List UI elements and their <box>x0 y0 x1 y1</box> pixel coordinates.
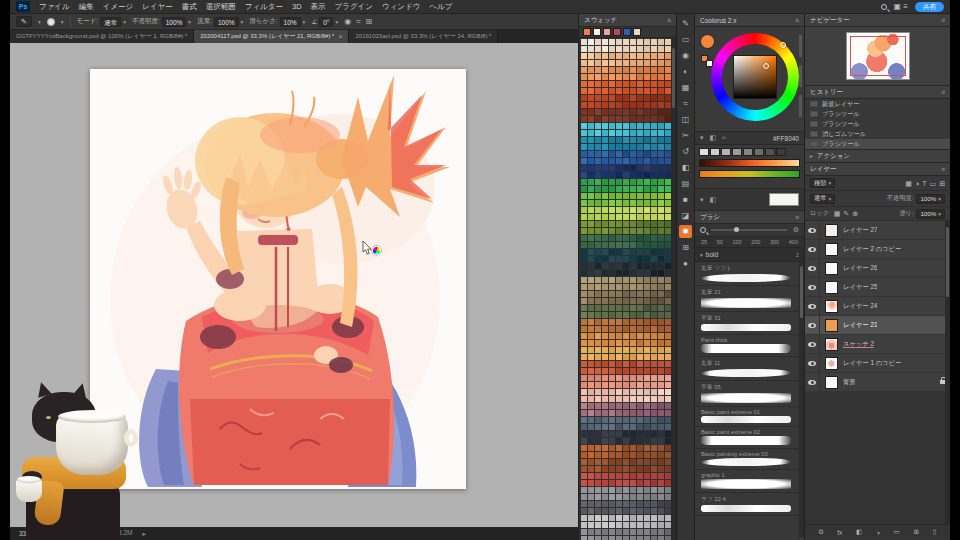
swatch[interactable] <box>637 165 643 171</box>
swatch[interactable] <box>630 67 636 73</box>
swatch[interactable] <box>651 508 657 514</box>
swatch[interactable] <box>581 200 587 206</box>
layers-footer-icon-6[interactable]: ▯ <box>933 528 937 536</box>
brush-item[interactable]: 丸筆 21 <box>695 286 804 312</box>
swatch[interactable] <box>602 396 608 402</box>
swatch[interactable] <box>588 438 594 444</box>
swatch[interactable] <box>658 459 664 465</box>
swatch[interactable] <box>581 186 587 192</box>
swatch[interactable] <box>602 473 608 479</box>
swatch[interactable] <box>658 340 664 346</box>
dropdown-caret-icon[interactable]: ▾ <box>335 19 338 25</box>
swatch[interactable] <box>609 67 615 73</box>
option-value[interactable]: 0° <box>319 17 333 27</box>
swatch[interactable] <box>581 473 587 479</box>
swatch[interactable] <box>630 207 636 213</box>
swatch[interactable] <box>644 39 650 45</box>
swatch[interactable] <box>588 298 594 304</box>
swatch[interactable] <box>595 424 601 430</box>
swatch[interactable] <box>595 200 601 206</box>
swatch[interactable] <box>588 522 594 528</box>
swatch[interactable] <box>602 431 608 437</box>
gradient-preset-6[interactable] <box>765 148 775 156</box>
swatch[interactable] <box>651 214 657 220</box>
swatch[interactable] <box>644 200 650 206</box>
swatch[interactable] <box>609 452 615 458</box>
swatch[interactable] <box>637 438 643 444</box>
swatch[interactable] <box>658 172 664 178</box>
swatch[interactable] <box>581 522 587 528</box>
swatch[interactable] <box>637 417 643 423</box>
swatch[interactable] <box>602 151 608 157</box>
swatch[interactable] <box>630 445 636 451</box>
swatch[interactable] <box>651 81 657 87</box>
swatch[interactable] <box>637 291 643 297</box>
swatch[interactable] <box>616 88 622 94</box>
swatch[interactable] <box>623 375 629 381</box>
swatch[interactable] <box>609 438 615 444</box>
swatch[interactable] <box>595 151 601 157</box>
swatch[interactable] <box>658 291 664 297</box>
share-button[interactable]: 共有 <box>915 2 944 12</box>
swatch[interactable] <box>595 249 601 255</box>
swatch[interactable] <box>595 396 601 402</box>
swatch[interactable] <box>595 228 601 234</box>
swatch[interactable] <box>588 403 594 409</box>
swatch[interactable] <box>609 179 615 185</box>
swatch[interactable] <box>609 403 615 409</box>
swatch[interactable] <box>630 130 636 136</box>
opacity-value[interactable]: 100% ▾ <box>916 194 945 204</box>
swatch[interactable] <box>581 417 587 423</box>
swatch[interactable] <box>658 60 664 66</box>
swatch[interactable] <box>609 53 615 59</box>
swatch[interactable] <box>602 536 608 540</box>
swatch[interactable] <box>602 466 608 472</box>
recent-swatch-4[interactable] <box>623 28 631 36</box>
grid-icon[interactable]: ▦ <box>679 81 692 94</box>
swatch[interactable] <box>637 459 643 465</box>
menu-right-icons[interactable]: ▣ ≡ <box>894 3 908 11</box>
swatch[interactable] <box>588 529 594 535</box>
swatch[interactable] <box>588 305 594 311</box>
swatch[interactable] <box>651 298 657 304</box>
swatch[interactable] <box>602 494 608 500</box>
swatch[interactable] <box>644 515 650 521</box>
color-hex-value[interactable]: #FF8040 <box>773 135 799 142</box>
swatch[interactable] <box>623 46 629 52</box>
swatch[interactable] <box>651 487 657 493</box>
swatch[interactable] <box>609 417 615 423</box>
swatch[interactable] <box>602 95 608 101</box>
swatch[interactable] <box>616 487 622 493</box>
swatch[interactable] <box>588 200 594 206</box>
layer-row[interactable]: レイヤー 21 <box>805 316 950 335</box>
swatch[interactable] <box>602 207 608 213</box>
swatch[interactable] <box>616 67 622 73</box>
swatch[interactable] <box>637 172 643 178</box>
swatch[interactable] <box>616 249 622 255</box>
swatch[interactable] <box>616 179 622 185</box>
swatch[interactable] <box>616 144 622 150</box>
swatch[interactable] <box>658 494 664 500</box>
swatch[interactable] <box>658 473 664 479</box>
swatch[interactable] <box>658 417 664 423</box>
swatch[interactable] <box>588 466 594 472</box>
swatch[interactable] <box>658 186 664 192</box>
swatch[interactable] <box>623 158 629 164</box>
swatch[interactable] <box>595 158 601 164</box>
swatch[interactable] <box>609 466 615 472</box>
swatch[interactable] <box>623 536 629 540</box>
swatch[interactable] <box>602 221 608 227</box>
swatch[interactable] <box>651 39 657 45</box>
swatch[interactable] <box>616 158 622 164</box>
saturation-value-box[interactable] <box>733 55 777 99</box>
swatch[interactable] <box>644 333 650 339</box>
swatch[interactable] <box>609 270 615 276</box>
swatch[interactable] <box>595 221 601 227</box>
swatch[interactable] <box>616 501 622 507</box>
corner-icon[interactable]: ◪ <box>679 209 692 222</box>
swatch[interactable] <box>623 466 629 472</box>
swatch[interactable] <box>602 340 608 346</box>
swatch[interactable] <box>623 382 629 388</box>
swatch[interactable] <box>595 67 601 73</box>
swatch[interactable] <box>609 165 615 171</box>
